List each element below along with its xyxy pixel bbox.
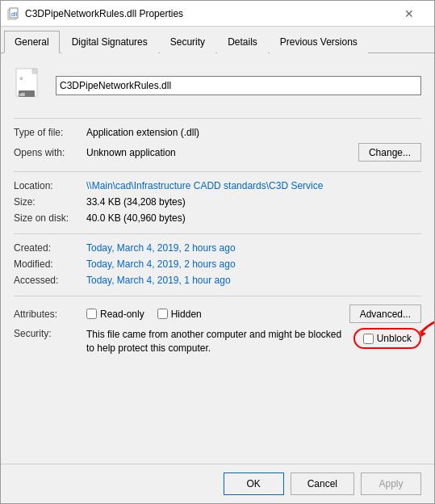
dates-section: Created: Today, March 4, 2019, 2 hours a… <box>14 242 421 286</box>
svg-text:dll: dll <box>11 11 17 17</box>
tab-security[interactable]: Security <box>160 31 215 53</box>
hidden-checkbox-label[interactable]: Hidden <box>157 309 202 320</box>
created-value: Today, March 4, 2019, 2 hours ago <box>86 242 421 254</box>
type-section: Type of file: Application extension (.dl… <box>14 127 421 162</box>
security-text: This file came from another computer and… <box>86 328 344 355</box>
divider-2 <box>14 171 421 172</box>
modified-row: Modified: Today, March 4, 2019, 2 hours … <box>14 258 421 270</box>
opens-with-row: Opens with: Unknown application Change..… <box>14 143 421 162</box>
size-row: Size: 33.4 KB (34,208 bytes) <box>14 196 421 208</box>
file-header: dll ⚙ <box>14 66 421 105</box>
readonly-checkbox[interactable] <box>86 309 97 319</box>
change-button[interactable]: Change... <box>358 143 421 162</box>
tab-bar: General Digital Signatures Security Deta… <box>1 27 434 53</box>
readonly-label: Read-only <box>100 309 144 320</box>
divider-3 <box>14 233 421 234</box>
title-bar: dll C3DPipeNetworkRules.dll Properties ✕ <box>1 1 434 27</box>
unblock-wrapper: Unblock <box>353 328 421 349</box>
security-label: Security: <box>14 328 86 339</box>
tab-digital-signatures[interactable]: Digital Signatures <box>61 31 158 53</box>
modified-value: Today, March 4, 2019, 2 hours ago <box>86 258 421 270</box>
unblock-area: Unblock <box>353 328 421 349</box>
tab-previous-versions[interactable]: Previous Versions <box>270 31 368 53</box>
file-name-input[interactable] <box>56 76 421 95</box>
created-row: Created: Today, March 4, 2019, 2 hours a… <box>14 242 421 254</box>
accessed-label: Accessed: <box>14 275 86 286</box>
tab-general[interactable]: General <box>4 31 60 53</box>
content-area: dll ⚙ Type of file: Application extensio… <box>1 53 434 464</box>
hidden-checkbox[interactable] <box>157 309 168 319</box>
size-label: Size: <box>14 196 86 208</box>
cancel-button[interactable]: Cancel <box>291 472 354 495</box>
location-row: Location: \\Main\cad\Infrastructure CADD… <box>14 180 421 191</box>
opens-label: Opens with: <box>14 147 86 158</box>
location-section: Location: \\Main\cad\Infrastructure CADD… <box>14 180 421 224</box>
attributes-label: Attributes: <box>14 309 86 320</box>
window-title: C3DPipeNetworkRules.dll Properties <box>25 8 391 19</box>
size-disk-row: Size on disk: 40.0 KB (40,960 bytes) <box>14 212 421 224</box>
attributes-row: Attributes: Read-only Hidden Advanced... <box>14 304 421 323</box>
ok-button[interactable]: OK <box>224 472 284 495</box>
size-disk-label: Size on disk: <box>14 212 86 224</box>
accessed-row: Accessed: Today, March 4, 2019, 1 hour a… <box>14 275 421 286</box>
file-icon: dll ⚙ <box>14 66 46 105</box>
created-label: Created: <box>14 242 86 254</box>
size-value: 33.4 KB (34,208 bytes) <box>86 196 421 208</box>
size-disk-value: 40.0 KB (40,960 bytes) <box>86 212 421 224</box>
window-icon: dll <box>7 7 20 20</box>
location-value: \\Main\cad\Infrastructure CADD standards… <box>86 180 421 191</box>
footer: OK Cancel Apply <box>1 464 434 503</box>
type-label: Type of file: <box>14 127 86 138</box>
unblock-label: Unblock <box>377 333 412 344</box>
advanced-button[interactable]: Advanced... <box>349 304 421 323</box>
type-row: Type of file: Application extension (.dl… <box>14 127 421 138</box>
close-button[interactable]: ✕ <box>391 1 428 27</box>
type-value: Application extension (.dll) <box>86 127 421 138</box>
properties-window: dll C3DPipeNetworkRules.dll Properties ✕… <box>0 0 435 504</box>
tab-details[interactable]: Details <box>217 31 268 53</box>
svg-text:dll: dll <box>19 92 25 97</box>
security-row: Security: This file came from another co… <box>14 328 421 355</box>
accessed-value: Today, March 4, 2019, 1 hour ago <box>86 275 421 286</box>
readonly-checkbox-label[interactable]: Read-only <box>86 309 144 320</box>
location-label: Location: <box>14 180 86 191</box>
hidden-label: Hidden <box>171 309 202 320</box>
divider-4 <box>14 296 421 296</box>
apply-button[interactable]: Apply <box>361 472 421 495</box>
opens-value: Unknown application <box>86 147 352 158</box>
modified-label: Modified: <box>14 258 86 270</box>
divider-1 <box>14 118 421 119</box>
unblock-checkbox[interactable] <box>363 334 374 344</box>
